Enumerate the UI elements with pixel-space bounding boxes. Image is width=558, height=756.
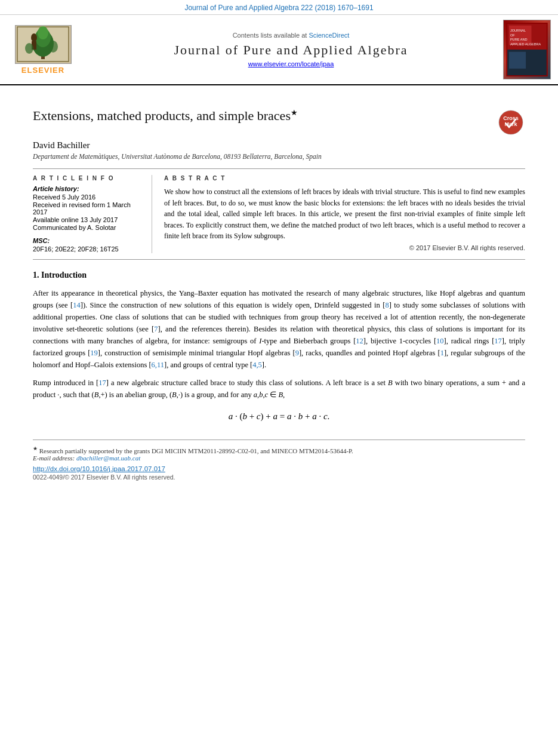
- svg-point-6: [31, 33, 37, 42]
- article-title: Extensions, matched products, and simple…: [33, 108, 491, 124]
- issn-line: 0022-4049/© 2017 Elsevier B.V. All right…: [33, 474, 525, 481]
- top-journal-bar: Journal of Pure and Applied Algebra 222 …: [0, 0, 558, 15]
- svg-text:OF: OF: [510, 33, 515, 37]
- footnote-star-symbol: ★: [33, 445, 38, 451]
- article-info-column: A R T I C L E I N F O Article history: R…: [33, 175, 152, 253]
- svg-text:APPLIED ALGEBRA: APPLIED ALGEBRA: [510, 42, 541, 46]
- svg-text:JOURNAL: JOURNAL: [510, 29, 526, 32]
- ref-1[interactable]: 1: [440, 349, 444, 357]
- revised-date: Received in revised form 1 March 2017: [33, 201, 143, 216]
- msc-label: MSC:: [33, 237, 143, 244]
- ref-14[interactable]: 14: [73, 301, 81, 309]
- ref-12[interactable]: 12: [356, 337, 363, 345]
- abstract-text: We show how to construct all the extensi…: [164, 186, 525, 242]
- intro-paragraph-2: Rump introduced in [17] a new algebraic …: [33, 377, 525, 401]
- abstract-label: A B S T R A C T: [164, 175, 525, 182]
- science-direct-link: Contents lists available at ScienceDirec…: [85, 32, 497, 39]
- msc-codes: 20F16; 20E22; 20F28; 16T25: [33, 245, 143, 253]
- received-date: Received 5 July 2016: [33, 193, 143, 201]
- ref-17a[interactable]: 17: [494, 337, 502, 345]
- article-title-text: Extensions, matched products, and simple…: [33, 108, 291, 123]
- journal-center: Contents lists available at ScienceDirec…: [85, 32, 497, 67]
- ref-10[interactable]: 10: [436, 337, 444, 345]
- copyright-line: © 2017 Elsevier B.V. All rights reserved…: [164, 244, 525, 251]
- journal-url-link[interactable]: www.elsevier.com/locate/jpaa: [248, 60, 334, 67]
- elsevier-wordmark: ELSEVIER: [21, 66, 64, 75]
- svg-text:PURE AND: PURE AND: [510, 38, 528, 41]
- footnote-star-note: ★ Research partially supported by the gr…: [33, 445, 525, 454]
- history-label: Article history:: [33, 185, 143, 192]
- top-journal-text: Journal of Pure and Applied Algebra 222 …: [184, 4, 373, 12]
- email-label: E-mail address:: [33, 454, 75, 462]
- journal-title-header: Journal of Pure and Applied Algebra: [85, 42, 497, 58]
- svg-text:Cross: Cross: [503, 115, 519, 121]
- svg-point-8: [48, 41, 58, 53]
- contents-label: Contents lists available at: [233, 32, 307, 39]
- crossmark-logo: Cross Mark: [497, 108, 525, 137]
- ref-8[interactable]: 8: [385, 301, 389, 309]
- article-info-label: A R T I C L E I N F O: [33, 175, 143, 182]
- journal-url: www.elsevier.com/locate/jpaa: [85, 60, 497, 67]
- abstract-section: A B S T R A C T We show how to construct…: [164, 175, 525, 253]
- footnote-email-line: E-mail address: dbachiller@mat.uab.cat: [33, 454, 525, 462]
- article-title-section: Extensions, matched products, and simple…: [33, 108, 525, 137]
- info-abstract-columns: A R T I C L E I N F O Article history: R…: [33, 175, 525, 253]
- msc-section: MSC: 20F16; 20E22; 20F28; 16T25: [33, 237, 143, 253]
- author-name: David Bachiller: [33, 140, 525, 150]
- affiliation: Departament de Matemàtiques, Universitat…: [33, 153, 525, 160]
- divider-1: [33, 168, 525, 169]
- svg-point-9: [25, 43, 33, 54]
- formula-block: a · (b + c) + a = a · b + a · c.: [33, 411, 525, 422]
- email-text: dbachiller@mat.uab.cat: [76, 454, 140, 462]
- journal-header: ELSEVIER Contents lists available at Sci…: [0, 15, 558, 85]
- ref-4-5[interactable]: 4,5: [252, 361, 262, 369]
- science-direct-anchor[interactable]: ScienceDirect: [309, 32, 349, 39]
- ref-9[interactable]: 9: [295, 349, 299, 357]
- intro-paragraph-1: After its appearance in theoretical phys…: [33, 287, 525, 371]
- ref-19[interactable]: 19: [90, 349, 98, 357]
- divider-2: [33, 259, 525, 260]
- ref-17b[interactable]: 17: [98, 379, 106, 387]
- introduction-heading: 1. Introduction: [33, 271, 525, 280]
- elsevier-tree-image: [15, 25, 72, 64]
- journal-cover-image: JOURNAL OF PURE AND APPLIED ALGEBRA: [503, 20, 551, 79]
- main-content: Extensions, matched products, and simple…: [0, 85, 558, 493]
- title-star: ★: [291, 108, 298, 117]
- doi-link[interactable]: http://dx.doi.org/10.1016/j.jpaa.2017.07…: [33, 465, 525, 472]
- ref-6-11[interactable]: 6,11: [152, 361, 164, 369]
- elsevier-logo: ELSEVIER: [7, 25, 79, 75]
- svg-point-5: [38, 26, 48, 39]
- ref-7[interactable]: 7: [154, 325, 158, 333]
- svg-rect-18: [509, 52, 526, 69]
- footnote-area: ★ Research partially supported by the gr…: [33, 440, 525, 481]
- available-date: Available online 13 July 2017: [33, 216, 143, 223]
- footnote-text: Research partially supported by the gran…: [39, 447, 353, 454]
- communicated-by: Communicated by A. Solotar: [33, 224, 143, 231]
- email-link[interactable]: dbachiller@mat.uab.cat: [76, 454, 140, 462]
